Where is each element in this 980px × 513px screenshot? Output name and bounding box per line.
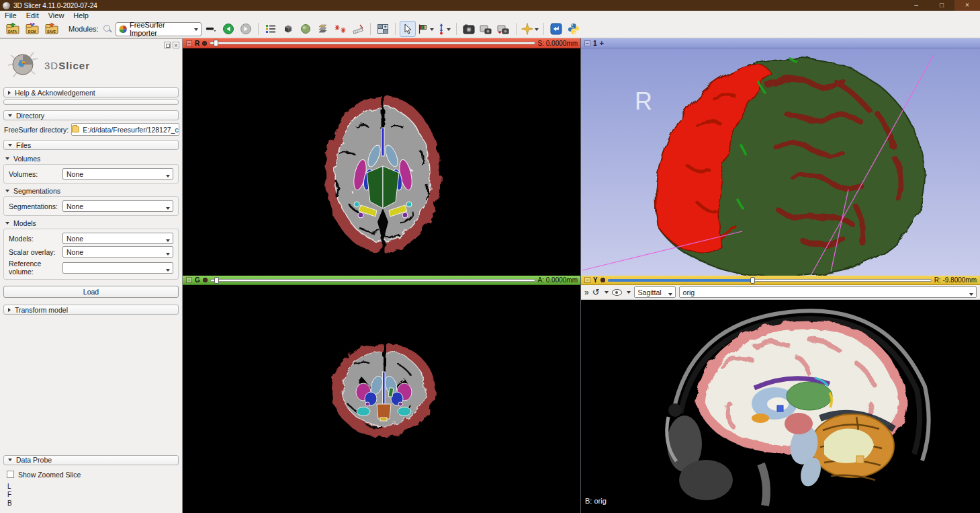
load-data-button[interactable]: DATA (3, 21, 21, 37)
app-icon (3, 2, 10, 9)
sagittal-slice-image (655, 303, 944, 508)
mouse-interaction-button[interactable] (400, 21, 416, 37)
markups-module-button[interactable] (332, 21, 349, 37)
models-combobox[interactable]: None (62, 233, 173, 244)
collapse-icon[interactable]: − (186, 40, 192, 46)
data-cube-icon (283, 24, 294, 34)
segmentations-section[interactable]: Segmentations (0, 184, 182, 196)
menu-file[interactable]: File (0, 11, 21, 20)
load-button[interactable]: Load (3, 286, 179, 298)
maximize-button[interactable]: □ (929, 0, 954, 11)
load-data-icon (5, 22, 21, 36)
crosshair-button[interactable] (521, 21, 539, 37)
orientation-combobox[interactable]: Sagittal (634, 286, 676, 298)
segmentations-combobox[interactable]: None (62, 200, 173, 212)
module-selector-icon (119, 25, 127, 34)
pin-icon[interactable] (600, 278, 605, 282)
crosshair-star-icon (521, 23, 533, 35)
toolbar-separator (516, 23, 517, 35)
volumes-section[interactable]: Volumes (0, 151, 182, 164)
slider-handle[interactable] (214, 277, 219, 284)
layout-selector-button[interactable] (375, 21, 391, 37)
history-back-button[interactable] (220, 21, 236, 37)
screenshot-button[interactable] (461, 21, 477, 37)
probe-layer-foreground: F (7, 491, 182, 500)
panel-close-icon[interactable] (173, 42, 179, 48)
collapse-icon[interactable]: − (584, 277, 590, 283)
slider-handle[interactable] (214, 40, 218, 46)
toolbar-separator (258, 23, 259, 35)
module-list-button[interactable] (263, 21, 279, 37)
reference-volume-combobox[interactable] (62, 262, 173, 274)
modules-label: Modules: (69, 25, 99, 33)
annotations-module-button[interactable] (350, 21, 366, 37)
background-volume-combobox[interactable]: orig (679, 286, 977, 298)
chevron-down-icon (166, 175, 170, 180)
slider-handle[interactable] (750, 277, 755, 284)
extensions-manager-button[interactable] (548, 21, 564, 37)
menu-edit[interactable]: Edit (21, 11, 44, 20)
slice-link-icon[interactable]: ↺ (592, 287, 600, 297)
history-forward-button[interactable] (238, 21, 254, 37)
pin-icon[interactable] (203, 278, 208, 282)
threed-view[interactable]: R (581, 48, 980, 276)
markups-icon (335, 24, 347, 34)
segmentations-module-button[interactable] (315, 21, 331, 37)
save-button[interactable]: SAVE (42, 21, 60, 37)
close-button[interactable]: × (954, 0, 980, 11)
red-slice-view[interactable] (183, 48, 581, 276)
data-probe-section[interactable]: Data Probe (3, 455, 179, 465)
models-section[interactable]: Models (0, 216, 182, 229)
yellow-slice-letter: Y (593, 276, 598, 284)
volumes-combobox[interactable]: None (62, 168, 173, 180)
threed-view-name: 1 (593, 40, 597, 47)
collapse-icon[interactable]: − (584, 40, 590, 46)
transform-model-section[interactable]: Transform model (3, 305, 179, 315)
pin-icon[interactable] (202, 41, 207, 46)
more-options-chevrons-icon[interactable]: » (584, 288, 589, 297)
view-layout: − R S: 0.0000mm (183, 38, 980, 513)
yellow-slice-slider[interactable] (608, 277, 932, 283)
red-slice-slider[interactable] (210, 40, 535, 46)
module-history-button[interactable] (203, 21, 219, 37)
files-section[interactable]: Files (3, 140, 179, 150)
chevron-down-icon (969, 293, 973, 298)
scene-view-button[interactable] (478, 21, 494, 37)
directory-section[interactable]: Directory (3, 110, 179, 120)
data-module-button[interactable] (280, 21, 296, 37)
freesurfer-directory-button[interactable]: E:/d/data/Freesurfer/128127_c (71, 123, 179, 136)
python-console-button[interactable] (566, 21, 582, 37)
menu-help[interactable]: Help (69, 11, 93, 20)
slicer-logo-text: 3DSlicer (44, 60, 90, 71)
titlebar: 3D Slicer 4.11.0-2020-07-24 – □ × (0, 0, 980, 11)
show-zoomed-slice-checkbox[interactable] (7, 471, 14, 478)
green-slice-view[interactable] (183, 285, 581, 513)
threed-view-controller: − 1 + (581, 38, 980, 48)
segmentations-label: Segmentations: (9, 202, 60, 210)
volumes-module-button[interactable] (298, 21, 314, 37)
view-splitter[interactable] (580, 38, 581, 513)
module-selector[interactable]: FreeSurfer Importer (116, 22, 202, 36)
green-slice-slider[interactable] (210, 277, 535, 283)
toolbar-separator (543, 23, 544, 35)
scalar-overlay-combobox[interactable]: None (62, 246, 173, 258)
forward-icon (240, 23, 252, 35)
slice-visibility-eye-icon[interactable] (612, 289, 622, 296)
data-probe-panel: Data Probe Show Zoomed Slice L F B (0, 454, 182, 508)
minimize-button[interactable]: – (903, 0, 929, 11)
scene-restore-button[interactable] (496, 21, 512, 37)
collapse-icon[interactable]: − (186, 277, 192, 283)
module-search-icon[interactable] (103, 24, 112, 34)
menu-view[interactable]: View (44, 11, 69, 20)
help-acknowledgement-section[interactable]: Help & Acknowledgement (3, 87, 179, 97)
yellow-slice-view[interactable]: B: orig (581, 300, 980, 513)
dicom-button[interactable]: DCM (23, 21, 41, 37)
chevron-down-icon (605, 291, 609, 296)
axial-slice-image (319, 90, 447, 258)
chevron-down-icon (166, 207, 170, 212)
adjust-crosshair-button[interactable] (436, 21, 452, 37)
module-list-icon (265, 24, 276, 34)
window-level-button[interactable] (417, 21, 435, 37)
pin-icon[interactable]: + (600, 39, 604, 47)
panel-popout-icon[interactable] (164, 42, 171, 48)
